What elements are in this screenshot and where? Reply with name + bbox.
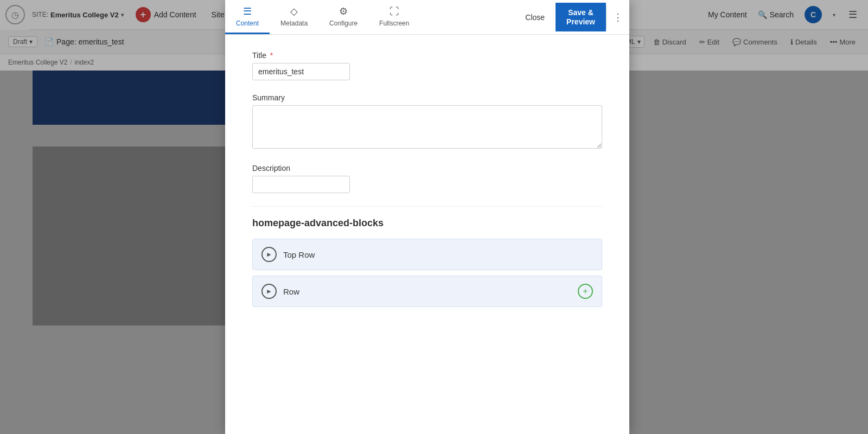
tab-content[interactable]: ☰ Content: [225, 0, 270, 34]
tab-configure[interactable]: ⚙ Configure: [318, 0, 368, 34]
content-tab-icon: ☰: [243, 5, 252, 17]
configure-tab-icon: ⚙: [339, 5, 348, 17]
content-tab-label: Content: [236, 20, 259, 27]
modal-tabs: ☰ Content ◇ Metadata ⚙ Configure ⛶ Fulls…: [225, 0, 629, 35]
summary-label: Summary: [252, 93, 602, 102]
description-field-group: Description: [252, 164, 602, 193]
section-divider: [252, 206, 602, 207]
title-field-group: Title *: [252, 51, 602, 80]
summary-field-group: Summary: [252, 93, 602, 151]
block-name-row: Row: [283, 287, 299, 296]
title-label: Title *: [252, 51, 602, 60]
description-input[interactable]: [252, 176, 350, 193]
block-row-row[interactable]: ► Row +: [252, 276, 602, 307]
block-add-button[interactable]: +: [578, 284, 593, 299]
block-row-top-row[interactable]: ► Top Row: [252, 239, 602, 270]
metadata-tab-label: Metadata: [280, 20, 308, 27]
save-preview-button[interactable]: Save & Preview: [556, 3, 606, 32]
block-expand-icon: ►: [261, 247, 277, 262]
block-name-top-row: Top Row: [283, 250, 315, 259]
modal-body: Title * Summary Description homepage-adv…: [225, 35, 629, 434]
summary-textarea[interactable]: [252, 105, 602, 149]
fullscreen-tab-icon: ⛶: [390, 6, 399, 17]
block-row-left: ► Top Row: [261, 247, 315, 262]
tab-metadata[interactable]: ◇ Metadata: [270, 0, 318, 34]
required-star: *: [270, 51, 273, 60]
tab-fullscreen[interactable]: ⛶ Fullscreen: [368, 1, 420, 34]
modal-more-button[interactable]: ⋮: [606, 6, 629, 29]
modal-more-icon: ⋮: [613, 12, 623, 23]
modal-close-button[interactable]: Close: [514, 8, 556, 27]
metadata-tab-icon: ◇: [290, 5, 298, 17]
block-expand-icon-2: ►: [261, 284, 277, 299]
block-row-left-2: ► Row: [261, 284, 299, 299]
title-input[interactable]: [252, 63, 350, 80]
modal-panel: ☰ Content ◇ Metadata ⚙ Configure ⛶ Fulls…: [225, 0, 629, 434]
blocks-section: homepage-advanced-blocks ► Top Row ► Row…: [252, 218, 602, 307]
blocks-title: homepage-advanced-blocks: [252, 218, 602, 229]
configure-tab-label: Configure: [329, 20, 358, 27]
fullscreen-tab-label: Fullscreen: [379, 20, 409, 27]
description-label: Description: [252, 164, 602, 173]
